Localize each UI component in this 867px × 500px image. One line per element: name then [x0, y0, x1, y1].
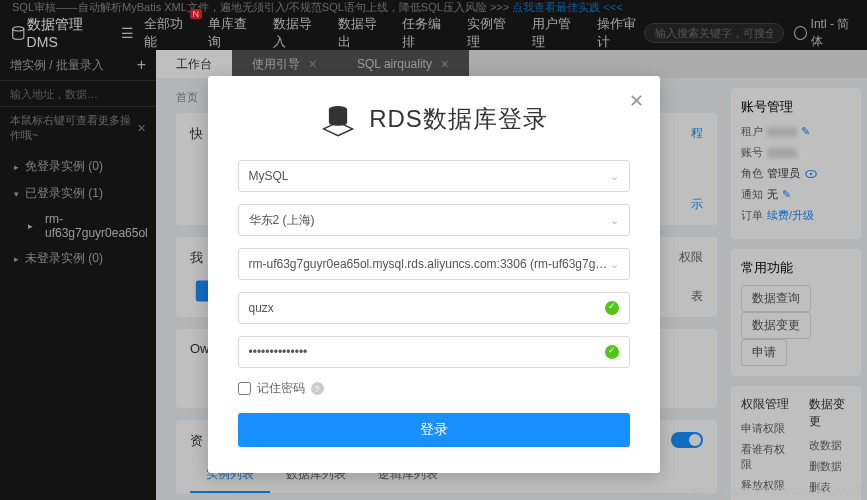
password-input[interactable] — [249, 345, 605, 359]
close-icon[interactable]: ✕ — [629, 90, 644, 112]
region-select[interactable]: 华东2 (上海)⌄ — [238, 204, 630, 236]
chevron-down-icon: ⌄ — [610, 170, 619, 183]
username-field[interactable] — [238, 292, 630, 324]
login-button[interactable]: 登录 — [238, 413, 630, 447]
help-icon[interactable]: ? — [311, 382, 324, 395]
watermark: https://blog.csdn.net/waixin_43790083 — [691, 485, 861, 496]
instance-select[interactable]: rm-uf63g7guyr0ea65ol.mysql.rds.aliyuncs.… — [238, 248, 630, 280]
username-input[interactable] — [249, 301, 605, 315]
login-modal: ✕ RDS数据库登录 MySQL⌄ 华东2 (上海)⌄ rm-uf63g7guy… — [208, 76, 660, 473]
modal-title: RDS数据库登录 — [238, 100, 630, 138]
rds-icon — [319, 100, 357, 138]
chevron-down-icon: ⌄ — [610, 214, 619, 227]
db-type-select[interactable]: MySQL⌄ — [238, 160, 630, 192]
remember-input[interactable] — [238, 382, 251, 395]
chevron-down-icon: ⌄ — [610, 258, 619, 271]
remember-checkbox[interactable]: 记住密码 ? — [238, 380, 630, 397]
check-ok-icon — [605, 345, 619, 359]
check-ok-icon — [605, 301, 619, 315]
password-field[interactable] — [238, 336, 630, 368]
